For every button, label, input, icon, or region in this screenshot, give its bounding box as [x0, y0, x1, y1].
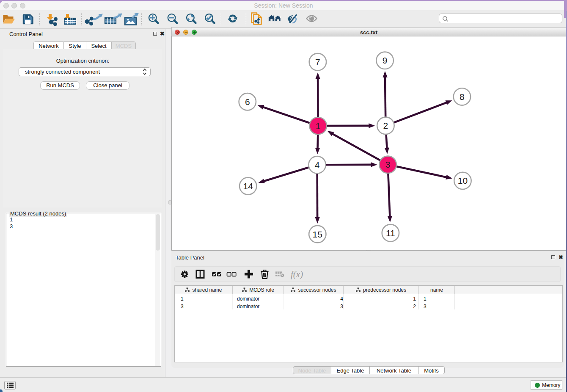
svg-text:f(x): f(x) [291, 269, 303, 279]
svg-text:8: 8 [460, 92, 465, 102]
svg-text:7: 7 [315, 57, 320, 67]
svg-text:11: 11 [386, 228, 395, 238]
svg-text:4: 4 [315, 160, 320, 170]
svg-text:2: 2 [383, 121, 388, 130]
svg-text:14: 14 [243, 181, 253, 191]
svg-text:3: 3 [385, 160, 391, 169]
svg-text:6: 6 [245, 97, 250, 107]
svg-text:10: 10 [458, 176, 468, 185]
svg-text:9: 9 [383, 55, 388, 65]
svg-text:1: 1 [316, 121, 321, 131]
svg-text:15: 15 [313, 229, 322, 239]
